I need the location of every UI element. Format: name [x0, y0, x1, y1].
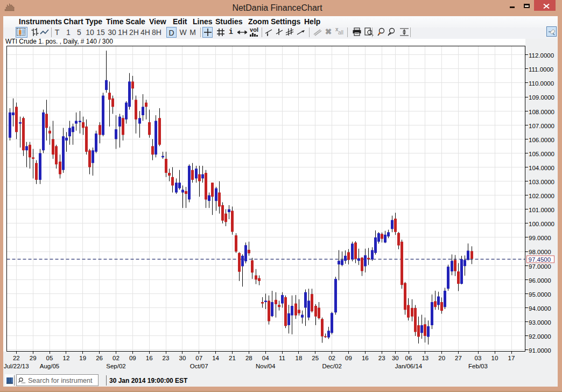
svg-text:Jan/06/14: Jan/06/14 [395, 363, 423, 369]
svg-text:99.0000: 99.0000 [529, 235, 551, 241]
svg-text:Dec/02: Dec/02 [322, 363, 341, 369]
svg-text:02: 02 [328, 355, 335, 361]
svg-text:28: 28 [245, 355, 252, 361]
svg-text:25: 25 [312, 355, 319, 361]
svg-text:106.0000: 106.0000 [529, 137, 554, 143]
svg-text:92.0000: 92.0000 [529, 333, 551, 340]
svg-text:Jul/22/13: Jul/22/13 [4, 363, 29, 369]
svg-text:96.0000: 96.0000 [529, 277, 551, 284]
svg-text:12: 12 [63, 355, 70, 361]
svg-text:98.0000: 98.0000 [529, 249, 551, 255]
svg-text:23: 23 [378, 355, 385, 361]
svg-text:108.0000: 108.0000 [529, 109, 554, 115]
svg-text:100.0000: 100.0000 [529, 221, 554, 227]
svg-text:105.0000: 105.0000 [529, 151, 554, 157]
svg-text:05: 05 [46, 355, 53, 361]
svg-text:94.0000: 94.0000 [529, 305, 551, 312]
svg-text:Aug/05: Aug/05 [40, 363, 59, 369]
svg-text:111.0000: 111.0000 [529, 66, 553, 73]
svg-text:20: 20 [438, 355, 445, 361]
svg-text:107.0000: 107.0000 [529, 123, 554, 129]
svg-text:09: 09 [345, 355, 352, 361]
svg-text:91.0000: 91.0000 [529, 347, 551, 354]
svg-text:09: 09 [129, 355, 136, 361]
svg-text:93.0000: 93.0000 [529, 319, 551, 326]
svg-text:97.4500: 97.4500 [529, 256, 551, 263]
svg-text:Nov/04: Nov/04 [256, 363, 276, 369]
svg-text:14: 14 [212, 355, 219, 361]
svg-text:04: 04 [262, 355, 269, 361]
svg-text:101.0000: 101.0000 [529, 207, 554, 213]
svg-text:30: 30 [179, 355, 186, 361]
svg-text:Sep/02: Sep/02 [106, 363, 125, 369]
svg-text:02: 02 [113, 355, 120, 361]
svg-text:104.0000: 104.0000 [529, 165, 554, 171]
svg-text:16: 16 [146, 355, 153, 361]
svg-text:17: 17 [508, 355, 515, 361]
svg-text:11: 11 [279, 355, 285, 361]
svg-text:Feb/03: Feb/03 [468, 363, 488, 369]
svg-text:06: 06 [405, 355, 412, 361]
svg-text:110.0000: 110.0000 [529, 80, 554, 87]
svg-text:103.0000: 103.0000 [529, 179, 554, 185]
svg-text:Oct/07: Oct/07 [190, 363, 208, 369]
svg-text:19: 19 [79, 355, 86, 361]
svg-text:13: 13 [422, 355, 428, 361]
svg-text:95.0000: 95.0000 [529, 291, 551, 298]
svg-text:23: 23 [163, 355, 170, 361]
svg-text:21: 21 [229, 355, 236, 361]
svg-text:03: 03 [475, 355, 482, 361]
svg-text:26: 26 [96, 355, 103, 361]
svg-text:22: 22 [13, 355, 20, 361]
svg-text:29: 29 [30, 355, 37, 361]
svg-text:16: 16 [362, 355, 369, 361]
svg-text:30: 30 [392, 355, 399, 361]
svg-text:18: 18 [296, 355, 303, 361]
svg-text:10: 10 [491, 355, 498, 361]
svg-text:97.0000: 97.0000 [529, 263, 551, 270]
svg-text:27: 27 [455, 355, 462, 361]
svg-text:112.0000: 112.0000 [529, 52, 554, 59]
svg-text:109.0000: 109.0000 [529, 94, 554, 101]
svg-text:102.0000: 102.0000 [529, 193, 554, 199]
svg-text:07: 07 [195, 355, 202, 361]
